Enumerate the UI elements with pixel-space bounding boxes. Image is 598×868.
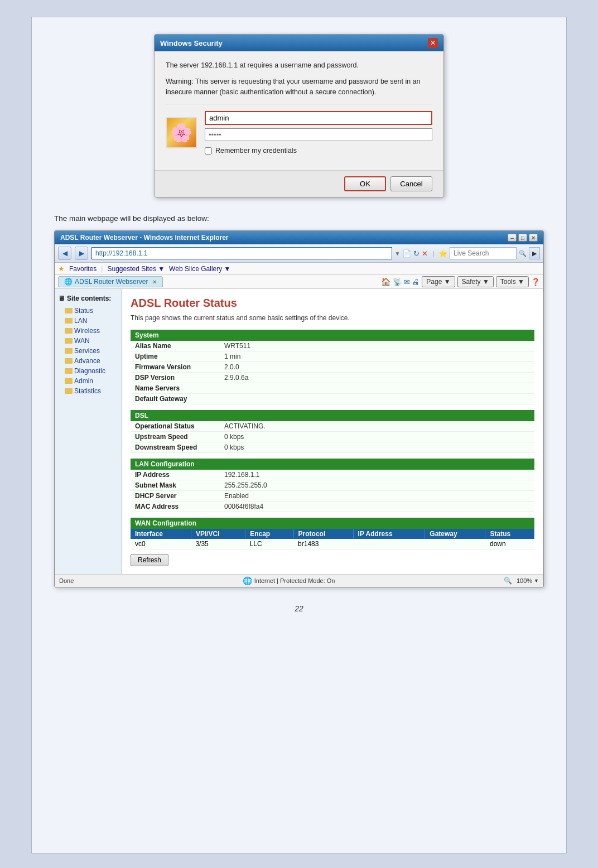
ie-safety-menu[interactable]: Safety ▼ (457, 276, 494, 287)
wan-col-status: Status (485, 529, 534, 539)
ok-button[interactable]: OK (344, 176, 386, 191)
advance-folder-icon (65, 358, 73, 364)
ie-favbar: ★ Favorites | Suggested Sites ▼ Web Slic… (55, 263, 543, 275)
lan-header-cell: LAN Configuration (131, 459, 534, 470)
ie-tab-close-icon[interactable]: ✕ (152, 279, 157, 285)
sidebar-label-advance: Advance (74, 357, 100, 365)
fields-col: Remember my credentials (205, 111, 432, 155)
ie-main-content: ADSL Router Status This page shows the c… (122, 289, 543, 574)
ie-back-button[interactable]: ◀ (58, 247, 71, 260)
ie-search-divider: | (430, 250, 436, 257)
sidebar-label-lan: LAN (74, 317, 87, 325)
table-row: Alias Name WRT511 (131, 341, 534, 351)
wan-col-interface: Interface (131, 529, 191, 539)
ie-site-tab-label: ADSL Router Webserver (75, 278, 148, 286)
page-container: Windows Security ✕ The server 192.168.1.… (31, 17, 567, 853)
win-message-2: Warning: This server is requesting that … (166, 76, 432, 98)
password-input[interactable] (205, 128, 432, 141)
ie-restore-button[interactable]: □ (518, 234, 527, 242)
ip-value: 192.168.1.1 (220, 470, 534, 480)
sidebar-item-admin[interactable]: Admin (58, 376, 118, 386)
credentials-row: 🌸 Remember my credentials (166, 111, 432, 155)
ip-label: IP Address (131, 470, 220, 480)
ie-title-bar: ADSL Router Webserver - Windows Internet… (55, 231, 543, 244)
sidebar-item-diagnostic[interactable]: Diagnostic (58, 366, 118, 376)
ie-refresh-icon[interactable]: ↻ (413, 249, 419, 258)
dsl-header-cell: DSL (131, 410, 534, 421)
ie-menubar: 🌐 ADSL Router Webserver ✕ 🏠 📡 ✉ 🖨 Page ▼… (55, 275, 543, 289)
wan-row-ip (353, 539, 425, 549)
lan-table: LAN Configuration IP Address 192.168.1.1… (131, 459, 534, 512)
ie-feeds-icon[interactable]: 📡 (393, 278, 402, 286)
ie-window: ADSL Router Webserver - Windows Internet… (54, 230, 544, 587)
ie-minimize-button[interactable]: – (508, 234, 517, 242)
nameservers-value (220, 383, 534, 394)
dsl-table: DSL Operational Status ACTIVATING. Upstr… (131, 410, 534, 453)
lan-folder-icon (65, 318, 73, 324)
wan-header-row: WAN Configuration (131, 518, 534, 529)
table-row: Uptime 1 min (131, 351, 534, 362)
sidebar-item-advance[interactable]: Advance (58, 356, 118, 366)
ie-address-bar: ▼ 📄 ↻ ✕ | ⭐ 🔍 ▶ (91, 247, 540, 259)
ie-favorites-button[interactable]: Favorites (69, 265, 97, 273)
remember-row: Remember my credentials (205, 147, 432, 155)
ie-cert-icon: 📄 (402, 249, 411, 258)
wan-row-protocol: br1483 (293, 539, 353, 549)
ie-home-icon[interactable]: 🏠 (381, 277, 390, 286)
ie-search-btn[interactable]: 🔍 (519, 250, 527, 257)
sidebar-item-lan[interactable]: LAN (58, 316, 118, 326)
ie-help-icon[interactable]: ❓ (531, 278, 540, 286)
ie-site-favicon: 🌐 (64, 278, 73, 286)
table-row: Downstream Speed 0 kbps (131, 442, 534, 453)
ie-web-slice-gallery[interactable]: Web Slice Gallery ▼ (169, 265, 230, 273)
username-input[interactable] (205, 111, 432, 125)
ie-statusbar: Done 🌐 Internet | Protected Mode: On 🔍 1… (55, 574, 543, 587)
ie-suggested-sites[interactable]: Suggested Sites ▼ (107, 265, 165, 273)
win-title-label: Windows Security (160, 39, 223, 47)
ie-page-menu[interactable]: Page ▼ (422, 276, 455, 287)
ie-forward-button[interactable]: ▶ (75, 247, 88, 260)
statusbar-center-text: Internet | Protected Mode: On (254, 577, 335, 584)
zoom-control[interactable]: 100% ▼ (517, 577, 539, 584)
ie-live-search-icon: ⭐ (438, 249, 447, 258)
sidebar-label-admin: Admin (74, 377, 93, 385)
sidebar-monitor-icon: 🖥 (58, 295, 65, 302)
ie-address-input[interactable] (91, 247, 392, 259)
wan-row-vpi: 3/35 (191, 539, 245, 549)
system-table: System Alias Name WRT511 Uptime 1 min Fi… (131, 330, 534, 404)
ie-close-button[interactable]: ✕ (529, 234, 538, 242)
ie-stop-icon[interactable]: ✕ (422, 249, 428, 258)
refresh-button[interactable]: Refresh (131, 554, 168, 566)
page-number: 22 (54, 604, 544, 613)
subnet-label: Subnet Mask (131, 480, 220, 491)
ie-go-button[interactable]: ▶ (529, 247, 540, 259)
mac-label: MAC Address (131, 501, 220, 512)
ie-print-icon[interactable]: 🖨 (412, 278, 419, 286)
table-row: IP Address 192.168.1.1 (131, 470, 534, 480)
status-folder-icon (65, 308, 73, 314)
sidebar-label-diagnostic: Diagnostic (74, 367, 105, 375)
dsp-label: DSP Version (131, 373, 220, 383)
defaultgw-label: Default Gateway (131, 394, 220, 404)
defaultgw-value (220, 394, 534, 404)
sidebar-item-statistics[interactable]: Statistics (58, 386, 118, 396)
op-status-label: Operational Status (131, 421, 220, 432)
between-text: The main webpage will be displayed as be… (54, 214, 544, 223)
wan-col-ip: IP Address (353, 529, 425, 539)
sidebar-item-wireless[interactable]: Wireless (58, 326, 118, 336)
remember-checkbox[interactable] (205, 147, 212, 155)
statusbar-done-text: Done (59, 577, 74, 584)
firmware-value: 2.0.0 (220, 362, 534, 373)
win-close-button[interactable]: ✕ (428, 38, 438, 48)
cancel-button[interactable]: Cancel (390, 176, 432, 191)
sidebar-item-status[interactable]: Status (58, 306, 118, 316)
wan-table: WAN Configuration Interface VPI/VCI Enca… (131, 518, 534, 549)
router-page-title: ADSL Router Status (131, 297, 534, 310)
sidebar-item-services[interactable]: Services (58, 346, 118, 356)
ie-search-input[interactable] (450, 247, 517, 259)
win-title-bar: Windows Security ✕ (155, 35, 443, 51)
ie-tools-menu[interactable]: Tools ▼ (496, 276, 529, 287)
ie-mail-icon[interactable]: ✉ (404, 278, 410, 286)
sidebar-item-wan[interactable]: WAN (58, 336, 118, 346)
ie-site-tab[interactable]: 🌐 ADSL Router Webserver ✕ (58, 276, 163, 287)
